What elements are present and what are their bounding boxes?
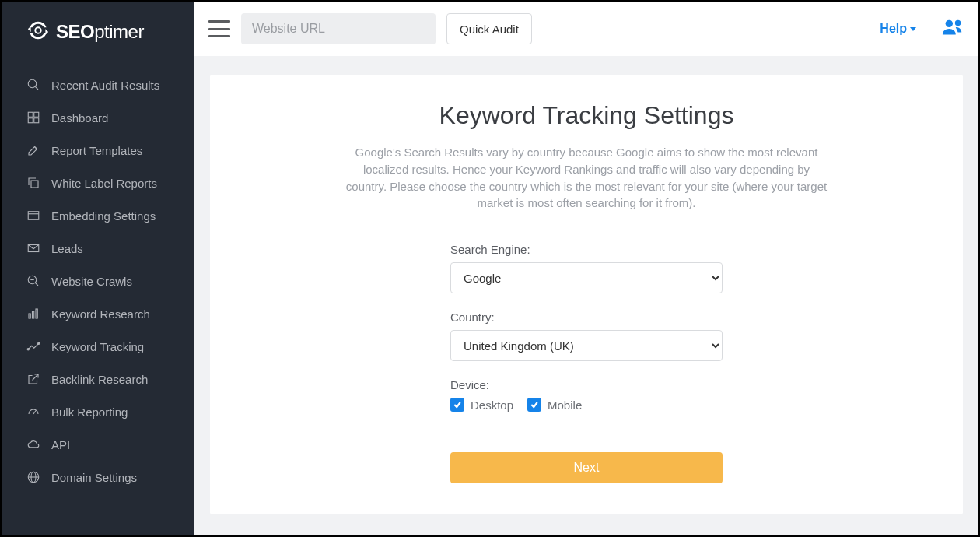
svg-point-1 (28, 79, 37, 88)
page-description: Google's Search Results vary by country … (345, 144, 828, 212)
copy-icon (26, 176, 40, 190)
svg-point-23 (946, 20, 953, 27)
device-group: Device: Desktop Mobile (450, 378, 723, 412)
sidebar-item-label: Domain Settings (51, 471, 137, 484)
device-checkbox-row: Desktop Mobile (450, 398, 723, 412)
sidebar-item-keyword-research[interactable]: Keyword Research (2, 297, 194, 330)
cloud-icon (26, 437, 40, 451)
main-area: Quick Audit Help Keyword Tracking Settin… (194, 2, 978, 535)
sidebar-item-label: Leads (51, 242, 83, 255)
sidebar-item-bulk-reporting[interactable]: Bulk Reporting (2, 395, 194, 428)
svg-line-2 (35, 86, 38, 90)
sidebar-item-keyword-tracking[interactable]: Keyword Tracking (2, 330, 194, 363)
website-url-input[interactable] (241, 13, 436, 44)
svg-rect-4 (34, 112, 39, 117)
sidebar-nav: Recent Audit Results Dashboard Report Te… (2, 59, 194, 493)
gear-arrows-icon (26, 19, 50, 45)
bar-chart-icon (26, 307, 40, 321)
device-label: Device: (450, 378, 723, 391)
sidebar-item-api[interactable]: API (2, 428, 194, 461)
edit-icon (26, 143, 40, 157)
settings-card: Keyword Tracking Settings Google's Searc… (210, 75, 963, 514)
sidebar-item-label: Bulk Reporting (51, 405, 128, 419)
settings-form: Search Engine: Google Country: United Ki… (450, 243, 723, 483)
desktop-checkbox-item: Desktop (450, 398, 513, 412)
search-engine-label: Search Engine: (450, 243, 723, 256)
hamburger-menu-icon[interactable] (208, 20, 230, 37)
topbar: Quick Audit Help (194, 2, 978, 56)
sidebar-item-report-templates[interactable]: Report Templates (2, 134, 194, 167)
svg-point-18 (38, 342, 40, 344)
country-group: Country: United Kingdom (UK) (450, 311, 723, 361)
svg-rect-5 (28, 118, 33, 123)
brand-logo[interactable]: SEOptimer (2, 2, 194, 59)
sidebar-item-white-label[interactable]: White Label Reports (2, 167, 194, 199)
svg-rect-16 (36, 309, 37, 318)
search-icon (26, 78, 40, 92)
embed-icon (26, 209, 40, 223)
gauge-icon (26, 405, 40, 419)
sidebar-item-dashboard[interactable]: Dashboard (2, 101, 194, 134)
quick-audit-button[interactable]: Quick Audit (446, 13, 532, 44)
page-title: Keyword Tracking Settings (241, 101, 932, 130)
caret-down-icon (910, 27, 916, 31)
sidebar-item-leads[interactable]: Leads (2, 232, 194, 265)
country-select[interactable]: United Kingdom (UK) (450, 330, 723, 361)
desktop-checkbox[interactable] (450, 398, 464, 412)
search-engine-select[interactable]: Google (450, 262, 723, 293)
trend-icon (26, 339, 40, 353)
svg-rect-14 (29, 314, 30, 318)
globe-icon (26, 470, 40, 484)
crawl-icon (26, 274, 40, 288)
sidebar-item-embedding[interactable]: Embedding Settings (2, 199, 194, 232)
grid-icon (26, 111, 40, 125)
country-label: Country: (450, 311, 723, 324)
sidebar: SEOptimer Recent Audit Results Dashboard… (2, 2, 194, 535)
search-engine-group: Search Engine: Google (450, 243, 723, 293)
next-button[interactable]: Next (450, 452, 723, 483)
sidebar-item-label: Keyword Research (51, 307, 150, 321)
svg-point-0 (35, 27, 41, 33)
users-icon[interactable] (941, 18, 964, 40)
help-dropdown[interactable]: Help (880, 22, 916, 36)
mobile-checkbox-item: Mobile (527, 398, 582, 412)
help-label: Help (880, 22, 907, 36)
sidebar-item-backlink-research[interactable]: Backlink Research (2, 363, 194, 395)
sidebar-item-label: Report Templates (51, 144, 142, 157)
sidebar-item-label: Website Crawls (51, 275, 132, 288)
svg-rect-6 (34, 118, 39, 123)
svg-line-19 (33, 411, 36, 415)
external-link-icon (26, 372, 40, 386)
sidebar-item-label: Embedding Settings (51, 209, 156, 223)
svg-line-12 (35, 283, 38, 286)
svg-rect-15 (33, 311, 34, 318)
mobile-label: Mobile (548, 398, 582, 412)
svg-rect-8 (28, 212, 39, 220)
brand-text: SEOptimer (56, 21, 144, 43)
sidebar-item-label: Keyword Tracking (51, 340, 144, 353)
desktop-label: Desktop (471, 398, 513, 412)
svg-point-17 (27, 349, 29, 350)
sidebar-item-label: API (51, 438, 70, 451)
mobile-checkbox[interactable] (527, 398, 541, 412)
content-area: Keyword Tracking Settings Google's Searc… (194, 56, 978, 535)
sidebar-item-recent-audit[interactable]: Recent Audit Results (2, 68, 194, 101)
sidebar-item-label: Dashboard (51, 111, 108, 125)
svg-rect-7 (31, 181, 38, 188)
sidebar-item-website-crawls[interactable]: Website Crawls (2, 265, 194, 297)
sidebar-item-domain-settings[interactable]: Domain Settings (2, 461, 194, 493)
svg-point-24 (955, 20, 961, 26)
svg-rect-3 (28, 112, 33, 117)
sidebar-item-label: Recent Audit Results (51, 79, 159, 92)
mail-icon (26, 241, 40, 255)
sidebar-item-label: White Label Reports (51, 177, 157, 190)
sidebar-item-label: Backlink Research (51, 373, 148, 386)
app-root: SEOptimer Recent Audit Results Dashboard… (0, 0, 980, 537)
